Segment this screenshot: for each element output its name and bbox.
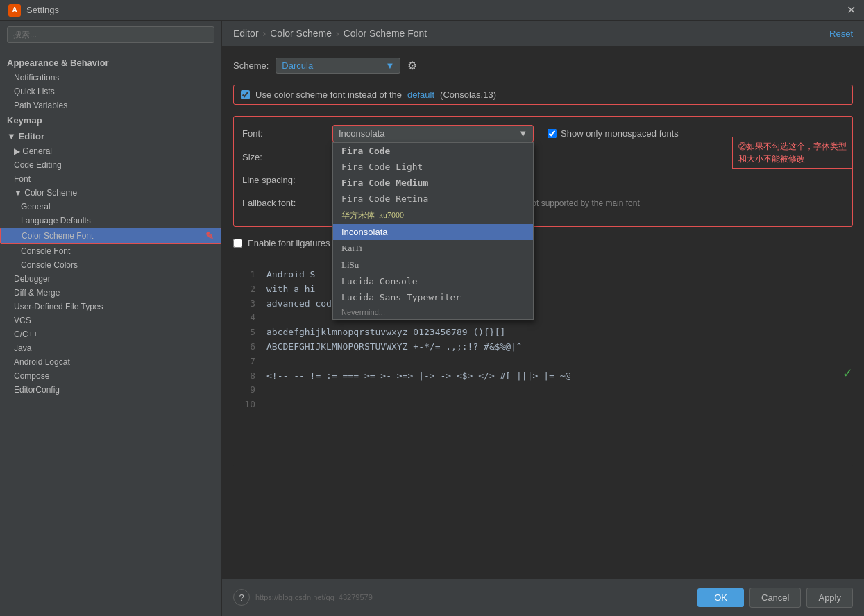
default-font-detail: (Consolas,13) [440, 89, 496, 100]
line-num-4: 4 [244, 311, 255, 325]
dropdown-item-lucida-sans-typewriter[interactable]: Lucida Sans Typewriter [333, 289, 533, 305]
panel-content: Scheme: Darcula ▼ ⚙ Use color scheme fon… [222, 46, 864, 578]
bottom-right: OK Cancel Apply [697, 588, 853, 608]
code-text-5: abcdefghijklmnopqrstuvwxyz 0123456789 ()… [266, 325, 505, 340]
dropdown-item-fira-code-light[interactable]: Fira Code Light [333, 159, 533, 175]
apply-button[interactable]: Apply [806, 588, 853, 608]
dropdown-item-lisu[interactable]: LiSu [333, 257, 533, 273]
sidebar-item-language-defaults[interactable]: Language Defaults [0, 214, 221, 228]
use-color-scheme-font-row: Use color scheme font instead of the def… [233, 85, 853, 105]
font-label: Font: [242, 128, 332, 139]
dropdown-item-more[interactable]: Neverrnind... [333, 305, 533, 319]
dropdown-item-kaiti[interactable]: KaiTi [333, 240, 533, 257]
breadcrumb-editor: Editor [233, 28, 259, 39]
line-num-2: 2 [244, 282, 255, 297]
font-row: Font: Inconsolata ▼ Fira Code Fira Code … [242, 125, 844, 142]
sidebar-item-notifications[interactable]: Notifications [0, 71, 221, 85]
sidebar-item-font[interactable]: Font [0, 172, 221, 186]
panel-header: Editor › Color Scheme › Color Scheme Fon… [222, 21, 864, 46]
reset-button[interactable]: Reset [829, 28, 853, 39]
bottom-bar: ? https://blog.csdn.net/qq_43279579 OK C… [222, 578, 864, 616]
line-num-9: 9 [244, 383, 255, 397]
code-line-9: 9 [244, 383, 842, 397]
enable-ligatures-row: Enable font ligatures [233, 238, 853, 248]
breadcrumb-sep-1: › [263, 28, 266, 39]
title-bar-left: A Settings [8, 4, 59, 17]
line-num-10: 10 [244, 397, 255, 412]
code-line-8: 8 <!-- -- != := === >= >- >=> |-> -> <$>… [244, 369, 842, 384]
default-font-link[interactable]: default [407, 89, 434, 100]
code-text-6: ABCDEFGHIJKLMNOPQRSTUVWXYZ +-*/= .,;:!? … [266, 340, 522, 354]
sidebar-item-diff-merge[interactable]: Diff & Merge [0, 286, 221, 300]
gear-icon[interactable]: ⚙ [407, 59, 417, 72]
dropdown-item-fira-code-medium[interactable]: Fira Code Medium [333, 175, 533, 191]
fallback-font-label: Fallback font: [242, 198, 332, 208]
close-button[interactable]: ✕ [847, 3, 856, 17]
sidebar-item-vcs[interactable]: VCS [0, 314, 221, 327]
dropdown-item-fira-code[interactable]: Fira Code [333, 143, 533, 159]
code-preview: 1 Android S E 2 with a hi utstanding 3 a… [233, 259, 853, 468]
font-select-box[interactable]: Inconsolata ▼ [332, 125, 534, 142]
sidebar-item-keymap[interactable]: Keymap [0, 112, 221, 128]
scheme-label: Scheme: [233, 60, 269, 71]
chevron-down-icon: ▼ [385, 60, 394, 71]
sidebar-item-cpp[interactable]: C/C++ [0, 327, 221, 341]
sidebar-item-code-editing[interactable]: Code Editing [0, 158, 221, 172]
breadcrumb-color-scheme: Color Scheme [270, 28, 332, 39]
code-line-7: 7 [244, 354, 842, 369]
help-button[interactable]: ? [233, 589, 250, 606]
sidebar-item-color-scheme-font[interactable]: Color Scheme Font ✎ [0, 228, 221, 244]
sidebar-item-user-defined-file-types[interactable]: User-Defined File Types [0, 300, 221, 314]
sidebar-item-debugger[interactable]: Debugger [0, 272, 221, 286]
ok-button[interactable]: OK [697, 588, 744, 607]
main-container: Appearance & Behavior Notifications Quic… [0, 21, 864, 616]
breadcrumb: Editor › Color Scheme › Color Scheme Fon… [233, 28, 427, 39]
search-bar[interactable] [0, 21, 221, 49]
title-bar: A Settings ✕ [0, 0, 864, 21]
sidebar-item-path-variables[interactable]: Path Variables [0, 99, 221, 112]
sidebar-item-java[interactable]: Java [0, 341, 221, 355]
show-monospaced-label: Show only monospaced fonts [561, 128, 679, 139]
breadcrumb-sep-2: › [336, 28, 339, 39]
cancel-button[interactable]: Cancel [749, 588, 801, 608]
url-text: https://blog.csdn.net/qq_43279579 [255, 593, 373, 601]
breadcrumb-font: Color Scheme Font [344, 28, 427, 39]
bottom-left: ? https://blog.csdn.net/qq_43279579 [233, 589, 373, 606]
sidebar-item-console-font[interactable]: Console Font [0, 244, 221, 258]
sidebar-item-android-logcat[interactable]: Android Logcat [0, 355, 221, 369]
dropdown-item-lucida-console[interactable]: Lucida Console [333, 273, 533, 289]
sidebar-item-console-colors[interactable]: Console Colors [0, 258, 221, 272]
scheme-value: Darcula [282, 60, 313, 71]
scheme-select[interactable]: Darcula ▼ [276, 58, 400, 74]
app-icon: A [8, 4, 21, 17]
edit-icon: ✎ [205, 230, 214, 241]
sidebar-item-editor[interactable]: ▼ Editor [0, 128, 221, 144]
sidebar-item-color-scheme[interactable]: ▼ Color Scheme [0, 186, 221, 200]
code-line-5: 5 abcdefghijklmnopqrstuvwxyz 0123456789 … [244, 325, 842, 340]
monospace-check-row: Show only monospaced fonts [548, 128, 679, 139]
font-dropdown-container: Inconsolata ▼ Fira Code Fira Code Light … [332, 125, 534, 142]
show-monospaced-checkbox[interactable] [548, 129, 557, 138]
dropdown-item-afu[interactable]: 华方宋体_ku7000 [333, 207, 533, 224]
line-num-1: 1 [244, 268, 255, 282]
use-color-scheme-font-checkbox[interactable] [241, 90, 250, 99]
dropdown-item-fira-code-retina[interactable]: Fira Code Retina [333, 191, 533, 207]
enable-ligatures-checkbox[interactable] [233, 239, 242, 248]
search-input[interactable] [7, 26, 214, 43]
code-line-10: 10 [244, 397, 842, 412]
dropdown-item-inconsolata[interactable]: Inconsolata [333, 224, 533, 240]
font-chevron-icon: ▼ [518, 128, 527, 139]
line-num-5: 5 [244, 325, 255, 340]
sidebar-item-appearance-behavior[interactable]: Appearance & Behavior [0, 55, 221, 71]
check-mark-icon: ✓ [842, 366, 853, 381]
sidebar-item-editorconfig[interactable]: EditorConfig [0, 383, 221, 397]
right-panel: Editor › Color Scheme › Color Scheme Fon… [222, 21, 864, 616]
line-num-7: 7 [244, 354, 255, 369]
sidebar-item-quick-lists[interactable]: Quick Lists [0, 85, 221, 99]
line-num-8: 8 [244, 369, 255, 384]
sidebar-content: Appearance & Behavior Notifications Quic… [0, 49, 221, 616]
sidebar-item-general[interactable]: ▶ General [0, 144, 221, 158]
sidebar-item-color-scheme-general[interactable]: General [0, 200, 221, 214]
sidebar-item-compose[interactable]: Compose [0, 369, 221, 383]
line-spacing-label: Line spacing: [242, 175, 332, 185]
